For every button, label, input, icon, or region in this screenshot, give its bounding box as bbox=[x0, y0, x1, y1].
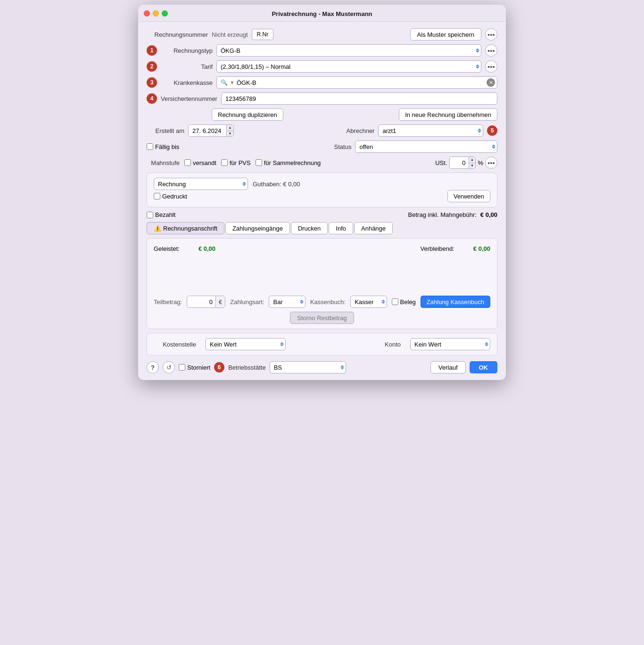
betriebsstaette-select[interactable]: BS bbox=[270, 361, 347, 373]
beleg-label[interactable]: Beleg bbox=[392, 298, 416, 306]
tarif-select[interactable]: (2,30/1,80/1,15) – Normal bbox=[216, 60, 481, 73]
beleg-checkbox[interactable] bbox=[392, 298, 398, 305]
erstellt-am-down-button[interactable]: ▼ bbox=[227, 131, 233, 137]
tab-drucken[interactable]: Drucken bbox=[291, 222, 328, 234]
refresh-button[interactable]: ↺ bbox=[163, 361, 175, 373]
rechnungstyp-select-wrapper: ÖKG-B bbox=[216, 44, 481, 57]
rnr-button[interactable]: R.Nr bbox=[252, 29, 274, 40]
window-title: Privatrechnung - Max Mustermann bbox=[272, 10, 372, 17]
kostenstelle-select-wrapper: Kein Wert bbox=[206, 338, 286, 350]
status-select-wrapper: offen bbox=[355, 141, 497, 153]
versandt-label[interactable]: versandt bbox=[184, 159, 216, 166]
tarif-row: 2 Tarif (2,30/1,80/1,15) – Normal ••• bbox=[147, 60, 497, 73]
mahnstufe-row: Mahnstufe versandt für PVS für Sammelrec… bbox=[147, 157, 497, 169]
titlebar: Privatrechnung - Max Mustermann bbox=[138, 5, 506, 22]
nicht-erzeugt-text: Nicht erzeugt bbox=[212, 31, 248, 38]
badge-3: 3 bbox=[147, 77, 157, 88]
kostenstelle-label: Kostenstelle bbox=[154, 341, 196, 348]
krankenkasse-field[interactable]: 🔍 ▼ ÖGK-B ✕ bbox=[216, 76, 497, 89]
tarif-more-button[interactable]: ••• bbox=[485, 60, 497, 73]
fuer-sammelrechnung-label[interactable]: für Sammelrechnung bbox=[256, 159, 321, 166]
versandt-checkbox[interactable] bbox=[184, 159, 191, 166]
ust-input-wrapper: ▲ ▼ bbox=[449, 157, 476, 169]
erstellt-am-input[interactable] bbox=[189, 125, 226, 136]
gedruckt-checkbox[interactable] bbox=[154, 193, 160, 199]
betrag-inkl-value: € 0,00 bbox=[480, 211, 497, 218]
ust-stepper-buttons: ▲ ▼ bbox=[469, 157, 476, 168]
konto-select-wrapper: Kein Wert bbox=[410, 338, 490, 350]
tab-rechnungsanschrift[interactable]: ⚠️ Rechnungsanschrift bbox=[147, 222, 224, 234]
status-label: Status bbox=[334, 143, 352, 150]
fullscreen-button[interactable] bbox=[162, 10, 168, 17]
tab-anhaenge[interactable]: Anhänge bbox=[354, 222, 393, 234]
rechnung-duplizieren-button[interactable]: Rechnung duplizieren bbox=[212, 108, 283, 121]
bezahlt-label[interactable]: Bezahlt bbox=[147, 211, 175, 218]
help-button[interactable]: ? bbox=[147, 361, 159, 373]
storniert-label[interactable]: Storniert bbox=[179, 364, 210, 371]
versichertennummer-row: 4 Versichertennummer bbox=[147, 92, 497, 105]
versichertennummer-input[interactable] bbox=[221, 92, 497, 105]
betriebsstaette-select-wrapper: BS bbox=[270, 361, 347, 373]
kostenstelle-select[interactable]: Kein Wert bbox=[206, 338, 286, 350]
rechnungstyp-more-button[interactable]: ••• bbox=[485, 44, 497, 57]
erstellt-am-up-button[interactable]: ▲ bbox=[227, 125, 233, 131]
traffic-lights bbox=[144, 10, 168, 17]
abrechner-select[interactable]: arzt1 bbox=[378, 124, 483, 137]
close-button[interactable] bbox=[144, 10, 150, 17]
tab-info[interactable]: Info bbox=[329, 222, 353, 234]
erstellt-am-stepper[interactable]: ▲ ▼ bbox=[188, 124, 234, 137]
als-muster-button[interactable]: Als Muster speichern bbox=[410, 28, 481, 41]
verwenden-button[interactable]: Verwenden bbox=[447, 190, 490, 202]
kassenbuch-select[interactable]: Kassenbuch1 bbox=[350, 296, 387, 308]
erstellt-am-stepper-buttons: ▲ ▼ bbox=[226, 125, 233, 136]
teilbetrag-label: Teilbetrag: bbox=[154, 298, 182, 306]
rechnungsnummer-more-button[interactable]: ••• bbox=[485, 28, 497, 41]
ust-more-button[interactable]: ••• bbox=[485, 157, 497, 169]
kassenbuch-select-wrapper: Kassenbuch1 bbox=[350, 296, 387, 308]
zahlung-kassenbuch-button[interactable]: Zahlung Kassenbuch bbox=[421, 296, 490, 308]
action-buttons-row: Rechnung duplizieren In neue Rechnung üb… bbox=[147, 108, 497, 121]
faellig-bis-label[interactable]: Fällig bis bbox=[147, 143, 184, 150]
tab-panel: Geleistet: € 0,00 Verbleibend: € 0,00 Te… bbox=[147, 238, 497, 329]
rechnungsnummer-row: Rechnungsnummer Nicht erzeugt R.Nr Als M… bbox=[147, 28, 497, 41]
zahlungsart-label: Zahlungsart: bbox=[230, 298, 264, 306]
abrechner-select-wrapper: arzt1 bbox=[378, 124, 483, 137]
tab-zahlungseingaenge[interactable]: Zahlungseingänge bbox=[225, 222, 290, 234]
in-neue-rechnung-button[interactable]: In neue Rechnung übernehmen bbox=[399, 108, 497, 121]
euro-symbol: € bbox=[215, 296, 225, 307]
rechnung-select[interactable]: Rechnung bbox=[154, 178, 248, 190]
abrechner-label: Abrechner bbox=[346, 127, 374, 134]
teilbetrag-input[interactable] bbox=[187, 298, 215, 306]
warn-icon: ⚠️ bbox=[154, 225, 161, 232]
fuer-sammelrechnung-checkbox[interactable] bbox=[256, 159, 262, 166]
minimize-button[interactable] bbox=[153, 10, 159, 17]
badge-5: 5 bbox=[487, 125, 497, 136]
storno-restbetrag-button[interactable]: Storno Restbetrag bbox=[290, 312, 354, 324]
erstellt-abrechner-row: Erstellt am ▲ ▼ Abrechner arzt1 5 bbox=[147, 124, 497, 137]
ust-section: USt. ▲ ▼ % ••• bbox=[435, 157, 497, 169]
erstellt-am-label: Erstellt am bbox=[147, 127, 184, 134]
verlauf-button[interactable]: Verlauf bbox=[430, 361, 465, 373]
krankenkasse-clear-button[interactable]: ✕ bbox=[487, 78, 495, 87]
geleistet-label: Geleistet: bbox=[154, 245, 180, 252]
fuer-pvs-label[interactable]: für PVS bbox=[221, 159, 251, 166]
rechnungstyp-select[interactable]: ÖKG-B bbox=[216, 44, 481, 57]
ok-button[interactable]: OK bbox=[470, 361, 498, 373]
gedruckt-label[interactable]: Gedruckt bbox=[154, 193, 187, 200]
fuer-pvs-checkbox[interactable] bbox=[221, 159, 228, 166]
ust-input[interactable] bbox=[450, 159, 469, 166]
ust-down-button[interactable]: ▼ bbox=[469, 163, 476, 169]
zahlungsart-select[interactable]: Bar bbox=[269, 296, 305, 308]
storniert-checkbox[interactable] bbox=[179, 364, 185, 371]
rechnung-select-wrapper: Rechnung bbox=[154, 178, 248, 190]
tab-content-area bbox=[154, 254, 490, 292]
konto-label: Konto bbox=[385, 341, 401, 348]
verbleibend-value: € 0,00 bbox=[473, 245, 490, 252]
mahnstufe-label: Mahnstufe bbox=[147, 159, 180, 166]
bezahlt-checkbox[interactable] bbox=[147, 212, 153, 218]
ust-up-button[interactable]: ▲ bbox=[469, 157, 476, 163]
faellig-bis-checkbox[interactable] bbox=[147, 143, 153, 150]
status-select[interactable]: offen bbox=[355, 141, 497, 153]
zahlung-info: Geleistet: € 0,00 Verbleibend: € 0,00 bbox=[154, 243, 490, 254]
konto-select[interactable]: Kein Wert bbox=[410, 338, 490, 350]
